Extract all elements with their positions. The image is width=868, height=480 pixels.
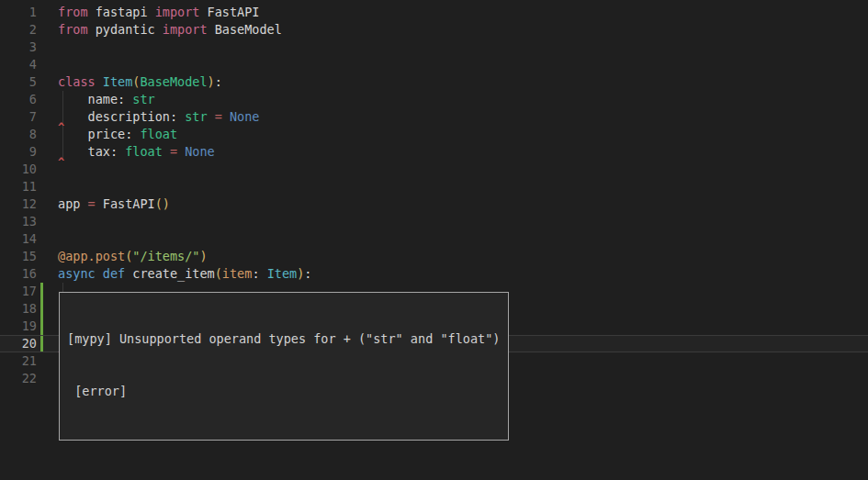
line-number[interactable]: 3 bbox=[0, 39, 37, 56]
line-number[interactable]: 12 bbox=[0, 195, 37, 213]
line-number[interactable]: 16 bbox=[0, 265, 37, 283]
line-number[interactable]: 18 bbox=[0, 300, 37, 318]
code-token: async bbox=[58, 266, 96, 281]
git-added-bar bbox=[40, 336, 43, 352]
code-line[interactable]: 7 description: str = None^ bbox=[0, 108, 868, 126]
diagnostic-tooltip: [mypy] Unsupported operand types for + (… bbox=[59, 292, 509, 441]
code-token: tax: bbox=[58, 144, 125, 159]
code-text: name: str bbox=[58, 91, 155, 108]
code-token: import bbox=[155, 5, 200, 19]
code-token: app bbox=[58, 196, 88, 211]
code-token: import bbox=[163, 22, 208, 37]
code-token: = bbox=[88, 196, 96, 211]
line-number[interactable]: 15 bbox=[0, 248, 37, 265]
code-token: name: bbox=[58, 92, 132, 106]
code-token: float bbox=[125, 144, 163, 159]
code-line[interactable]: 16async def create_item(item: Item): bbox=[0, 265, 868, 283]
code-token: ( bbox=[155, 196, 163, 211]
tooltip-message-line1: [mypy] Unsupported operand types for + (… bbox=[67, 330, 500, 348]
git-added-bar bbox=[40, 300, 43, 318]
line-number[interactable]: 19 bbox=[0, 318, 37, 335]
code-token: @app.post bbox=[58, 249, 125, 263]
code-line[interactable]: 9 tax: float = None^ bbox=[0, 143, 868, 161]
line-number[interactable]: 9 bbox=[0, 143, 37, 161]
code-token: create_item bbox=[125, 266, 215, 281]
code-token: : bbox=[304, 266, 311, 281]
code-text: app = FastAPI() bbox=[58, 195, 170, 213]
code-token: = bbox=[170, 144, 177, 159]
indent-guide bbox=[62, 91, 63, 108]
code-text: class Item(BaseModel): bbox=[58, 73, 222, 91]
code-token: str bbox=[132, 92, 154, 106]
code-line[interactable]: 8 price: float bbox=[0, 126, 868, 143]
code-text: from fastapi import FastAPI bbox=[58, 4, 259, 21]
code-token bbox=[163, 144, 170, 159]
line-number[interactable]: 10 bbox=[0, 161, 37, 178]
git-added-bar bbox=[40, 318, 43, 335]
code-line[interactable]: 15@app.post("/items/") bbox=[0, 248, 868, 265]
error-caret-icon: ^ bbox=[58, 154, 64, 172]
line-number[interactable]: 8 bbox=[0, 126, 37, 143]
code-token: class bbox=[58, 74, 96, 89]
code-line[interactable]: 14 bbox=[0, 230, 868, 248]
code-token: BaseModel bbox=[208, 22, 282, 37]
code-line[interactable]: 6 name: str bbox=[0, 91, 868, 108]
line-number[interactable]: 11 bbox=[0, 178, 37, 195]
error-caret-icon: ^ bbox=[58, 119, 64, 137]
line-number[interactable]: 14 bbox=[0, 230, 37, 248]
code-line[interactable]: 5class Item(BaseModel): bbox=[0, 73, 868, 91]
code-token: Item bbox=[103, 74, 133, 89]
code-line[interactable]: 10 bbox=[0, 161, 868, 178]
code-token bbox=[96, 74, 103, 89]
code-line[interactable]: 11 bbox=[0, 178, 868, 195]
code-token: ( bbox=[215, 266, 222, 281]
code-text: description: str = None bbox=[58, 108, 260, 126]
code-text: @app.post("/items/") bbox=[58, 248, 208, 265]
code-line[interactable]: 13 bbox=[0, 213, 868, 230]
line-number[interactable]: 6 bbox=[0, 91, 37, 108]
code-line[interactable]: 12app = FastAPI() bbox=[0, 195, 868, 213]
code-token: FastAPI bbox=[199, 5, 259, 19]
code-token bbox=[208, 109, 215, 124]
code-token bbox=[96, 266, 103, 281]
code-token: item bbox=[222, 266, 253, 281]
code-line[interactable]: 2from pydantic import BaseModel bbox=[0, 21, 868, 39]
code-token: : bbox=[215, 74, 222, 89]
code-token: str bbox=[185, 109, 207, 124]
code-editor[interactable]: 1from fastapi import FastAPI2from pydant… bbox=[0, 0, 868, 480]
code-token: : bbox=[252, 266, 266, 281]
line-number[interactable]: 22 bbox=[0, 370, 37, 387]
code-token: from bbox=[58, 5, 88, 19]
code-text: price: float bbox=[58, 126, 177, 143]
code-token: def bbox=[103, 266, 125, 281]
code-text: tax: float = None bbox=[58, 143, 215, 161]
code-line[interactable]: 3 bbox=[0, 39, 868, 56]
code-token: Item bbox=[267, 266, 298, 281]
line-number[interactable]: 2 bbox=[0, 21, 37, 39]
code-token: BaseModel bbox=[140, 74, 207, 89]
code-token: None bbox=[185, 144, 215, 159]
code-token: ) bbox=[199, 249, 207, 263]
code-token: from bbox=[58, 22, 88, 37]
code-token: None bbox=[230, 109, 260, 124]
code-line[interactable]: 4 bbox=[0, 56, 868, 73]
code-line[interactable]: 1from fastapi import FastAPI bbox=[0, 4, 868, 21]
line-number[interactable]: 17 bbox=[0, 283, 37, 300]
code-token: "/items/" bbox=[132, 249, 199, 263]
line-number[interactable]: 4 bbox=[0, 56, 37, 73]
code-text: async def create_item(item: Item): bbox=[58, 265, 311, 283]
tooltip-message-line2: [error] bbox=[67, 383, 500, 400]
line-number[interactable]: 1 bbox=[0, 4, 37, 21]
line-number[interactable]: 13 bbox=[0, 213, 37, 230]
line-number[interactable]: 7 bbox=[0, 108, 37, 126]
code-token: ) bbox=[208, 74, 215, 89]
git-added-bar bbox=[40, 283, 43, 300]
code-text: from pydantic import BaseModel bbox=[58, 21, 282, 39]
line-number[interactable]: 20 bbox=[0, 336, 37, 352]
code-token: ) bbox=[163, 196, 170, 211]
code-token: = bbox=[215, 109, 222, 124]
code-token: float bbox=[140, 127, 177, 141]
line-number[interactable]: 5 bbox=[0, 73, 37, 91]
code-token: description: bbox=[58, 109, 185, 124]
line-number[interactable]: 21 bbox=[0, 352, 37, 370]
